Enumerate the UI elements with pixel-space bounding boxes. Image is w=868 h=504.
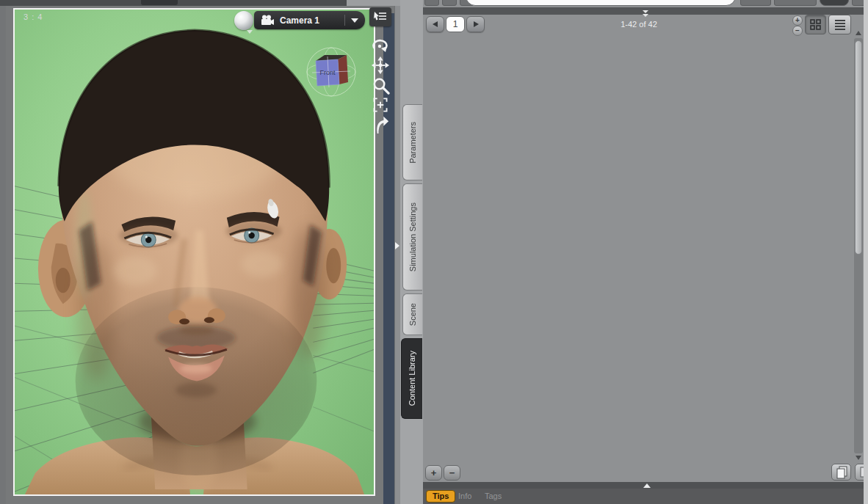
scrollbar-track[interactable] (854, 38, 863, 453)
top-mini-tab[interactable] (424, 0, 439, 6)
window-right-edge (864, 0, 868, 504)
remove-item-button[interactable]: − (444, 465, 460, 481)
aspect-ratio-label: 3 : 4 (23, 12, 43, 21)
pan-camera-icon[interactable] (369, 56, 391, 75)
scrollbar-down-icon[interactable] (856, 456, 861, 460)
panel-splitter[interactable] (394, 6, 400, 504)
scrollbar-up-icon[interactable] (856, 31, 861, 35)
duplicate-page-button[interactable] (831, 464, 851, 481)
view-cube[interactable]: Front (305, 44, 358, 100)
tab-parameters[interactable]: Parameters (402, 104, 422, 180)
top-mini-tab[interactable] (774, 0, 817, 6)
pill-separator (344, 15, 345, 26)
list-view-button[interactable] (828, 15, 851, 34)
page-range-label: 1-42 of 42 (423, 20, 855, 29)
tab-simulation-settings[interactable]: Simulation Settings (402, 183, 422, 291)
tab-scene[interactable]: Scene (402, 293, 422, 335)
viewport-render-frame[interactable]: 3 : 4 Camera 1 Front (13, 8, 375, 496)
thumb-size-increase-button[interactable]: + (792, 15, 803, 26)
collapse-chevrons-icon[interactable] (642, 7, 649, 21)
application-window: 3 : 4 Camera 1 Front (0, 0, 868, 504)
top-mini-tab[interactable] (740, 0, 771, 6)
orbit-camera-icon[interactable] (369, 36, 391, 55)
library-search-input[interactable] (466, 0, 736, 6)
frame-selection-icon[interactable] (369, 95, 391, 114)
top-dark-button[interactable] (820, 0, 849, 6)
footer-tab-info[interactable]: Info (458, 492, 471, 500)
top-toolbar-notch (141, 0, 178, 5)
shading-style-sphere-button[interactable] (234, 11, 253, 30)
collapse-up-icon[interactable] (643, 483, 651, 488)
camera-icon (261, 15, 275, 26)
tab-content-library[interactable]: Content Library (401, 338, 422, 419)
camera-dropdown-caret-icon[interactable] (351, 18, 358, 23)
viewport-options-menu-icon[interactable] (369, 7, 391, 26)
camera-selector[interactable]: Camera 1 (254, 11, 365, 29)
scrollbar-thumb[interactable] (855, 40, 862, 255)
zoom-camera-icon[interactable] (369, 76, 391, 95)
top-mini-tab[interactable] (442, 0, 457, 6)
footer-tab-tips[interactable]: Tips (426, 490, 455, 503)
camera-selector-label: Camera 1 (280, 15, 344, 26)
splitter-expand-icon[interactable] (395, 242, 399, 249)
content-library-panel: 1-42 of 42 + − + − Tips Info Tags (423, 0, 868, 504)
side-tab-column: Parameters Simulation Settings Scene Con… (400, 0, 423, 504)
view-cube-front-label: Front (319, 69, 336, 76)
grid-view-button[interactable] (805, 15, 826, 34)
add-item-button[interactable]: + (425, 465, 442, 481)
footer-tab-bar: Tips Info Tags (423, 489, 868, 504)
shading-style-caret-icon[interactable] (247, 30, 253, 34)
thumb-size-decrease-button[interactable]: − (792, 26, 803, 36)
footer-tab-tags[interactable]: Tags (485, 492, 502, 500)
reset-view-icon[interactable] (369, 115, 391, 134)
viewport-tool-column (367, 7, 394, 135)
pose-grid (424, 38, 853, 462)
